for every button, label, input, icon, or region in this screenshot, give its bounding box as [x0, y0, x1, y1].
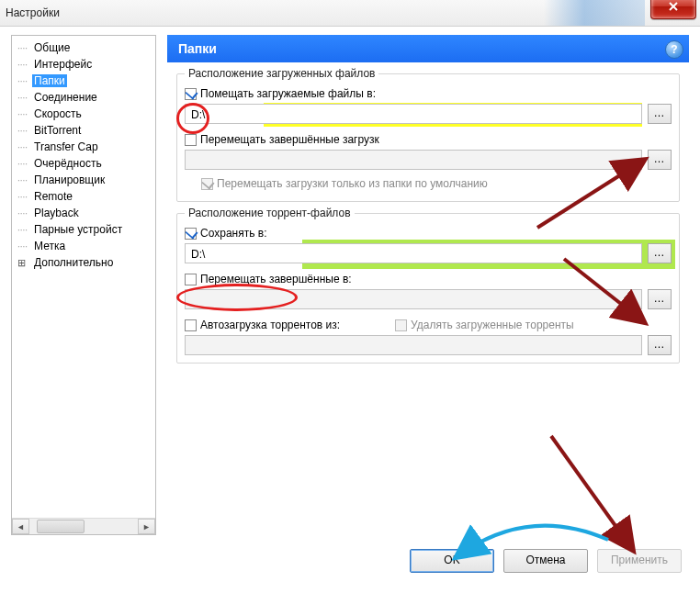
checkbox-icon: [185, 228, 197, 240]
scroll-thumb[interactable]: [37, 520, 85, 533]
help-icon[interactable]: ?: [665, 40, 683, 59]
tree-dotted-icon: ····: [17, 241, 32, 252]
ok-button[interactable]: OK: [410, 549, 494, 573]
close-button[interactable]: [650, 0, 696, 19]
checkbox-icon: [185, 274, 197, 285]
window-title: Настройки: [6, 6, 60, 19]
group-title-downloads: Расположение загруженных файлов: [185, 67, 378, 80]
input-move-completed-path[interactable]: [185, 150, 642, 170]
tree-dotted-icon: ····: [17, 76, 32, 86]
browse-put-new-button[interactable]: …: [648, 104, 672, 124]
checkbox-icon: [185, 319, 197, 331]
dialog-button-bar: OK Отмена Применить: [410, 549, 682, 573]
tree-dotted-icon: ····: [17, 208, 32, 218]
sidebar: ····Общие ····Интерфейс ····Папки ····Со…: [11, 35, 156, 535]
tree-dotted-icon: ····: [17, 43, 32, 53]
scroll-left-button[interactable]: ◄: [12, 519, 29, 534]
browse-move-completed-button[interactable]: …: [648, 150, 672, 170]
tree-item-folders[interactable]: ····Папки: [14, 73, 153, 89]
checkbox-icon: [201, 178, 213, 190]
scroll-right-button[interactable]: ►: [138, 519, 155, 534]
tree-dotted-icon: ····: [17, 93, 32, 103]
checkbox-icon: [395, 319, 407, 331]
close-icon: [668, 1, 679, 12]
tree-item-bittorrent[interactable]: ····BitTorrent: [14, 122, 153, 139]
input-move-completed-torrents-path[interactable]: [185, 289, 642, 309]
checkbox-label: Автозагрузка торрентов из:: [200, 319, 340, 331]
checkbox-move-only-default: Перемещать загрузки только из папки по у…: [201, 177, 488, 190]
tree-dotted-icon: ····: [17, 175, 32, 185]
tree-dotted-icon: ····: [17, 142, 32, 152]
group-title-torrents: Расположение торрент-файлов: [185, 207, 355, 219]
checkbox-store-in[interactable]: Сохранять в:: [185, 227, 266, 240]
titlebar-accent: [544, 0, 645, 26]
tree-item-remote[interactable]: ····Remote: [14, 188, 153, 205]
input-put-new-path[interactable]: D:\: [185, 104, 642, 124]
checkbox-icon: [185, 88, 197, 100]
input-store-in-path[interactable]: D:\: [185, 243, 642, 263]
checkbox-put-new[interactable]: Помещать загружаемые файлы в:: [185, 87, 376, 100]
checkbox-icon: [185, 134, 197, 146]
browse-autoload-button[interactable]: …: [648, 335, 672, 355]
tree-expand-icon[interactable]: ⊞: [17, 257, 32, 269]
input-autoload-path[interactable]: [185, 335, 642, 355]
tree-item-interface[interactable]: ····Интерфейс: [14, 56, 153, 73]
tree-item-paired[interactable]: ····Парные устройст: [14, 221, 153, 238]
tree-item-general[interactable]: ····Общие: [14, 39, 153, 56]
titlebar: Настройки: [0, 0, 700, 27]
checkbox-label: Перемещать загрузки только из папки по у…: [217, 177, 488, 190]
tree-dotted-icon: ····: [17, 192, 32, 202]
settings-window: Настройки ····Общие ····Интерфейс ····Па…: [0, 0, 700, 593]
browse-store-in-button[interactable]: …: [648, 243, 672, 263]
cancel-button[interactable]: Отмена: [503, 549, 588, 573]
tree-dotted-icon: ····: [17, 159, 32, 169]
apply-button[interactable]: Применить: [597, 549, 682, 573]
settings-tree: ····Общие ····Интерфейс ····Папки ····Со…: [12, 36, 155, 274]
tree-dotted-icon: ····: [17, 60, 32, 70]
tree-item-connection[interactable]: ····Соединение: [14, 89, 153, 106]
panel-title: Папки: [178, 41, 217, 56]
sidebar-h-scrollbar[interactable]: ◄ ►: [12, 518, 155, 534]
checkbox-delete-loaded: Удалять загруженные торренты: [395, 319, 574, 331]
checkbox-move-completed-torrents[interactable]: Перемещать завершённые в:: [185, 273, 352, 285]
tree-dotted-icon: ····: [17, 109, 32, 119]
checkbox-label: Сохранять в:: [200, 227, 266, 240]
tree-dotted-icon: ····: [17, 126, 32, 136]
checkbox-label: Помещать загружаемые файлы в:: [200, 87, 376, 100]
panel-body: Расположение загруженных файлов Помещать…: [167, 62, 689, 364]
group-torrent-location: Расположение торрент-файлов Сохранять в:…: [176, 213, 680, 364]
scroll-track[interactable]: [29, 519, 138, 534]
tree-dotted-icon: ····: [17, 225, 32, 235]
checkbox-label: Перемещать завершённые загрузк: [200, 133, 379, 146]
tree-item-queueing[interactable]: ····Очерёдность: [14, 155, 153, 172]
tree-item-advanced[interactable]: ⊞Дополнительно: [14, 254, 153, 271]
checkbox-move-completed-downloads[interactable]: Перемещать завершённые загрузк: [185, 133, 379, 146]
panel-header: Папки ?: [167, 35, 689, 62]
checkbox-label: Перемещать завершённые в:: [200, 273, 352, 285]
tree-item-playback[interactable]: ····Playback: [14, 205, 153, 221]
tree-item-label[interactable]: ····Метка: [14, 238, 153, 254]
group-download-location: Расположение загруженных файлов Помещать…: [176, 73, 680, 202]
tree-item-scheduler[interactable]: ····Планировщик: [14, 172, 153, 188]
checkbox-autoload[interactable]: Автозагрузка торрентов из:: [185, 319, 340, 331]
tree-item-transfer-cap[interactable]: ····Transfer Cap: [14, 139, 153, 155]
tree-item-speed[interactable]: ····Скорость: [14, 106, 153, 122]
right-panel: Папки ? Расположение загруженных файлов …: [167, 35, 689, 534]
checkbox-label: Удалять загруженные торренты: [411, 319, 574, 331]
browse-move-completed-torrents-button[interactable]: …: [648, 289, 672, 309]
dialog-body: ····Общие ····Интерфейс ····Папки ····Со…: [4, 28, 696, 589]
